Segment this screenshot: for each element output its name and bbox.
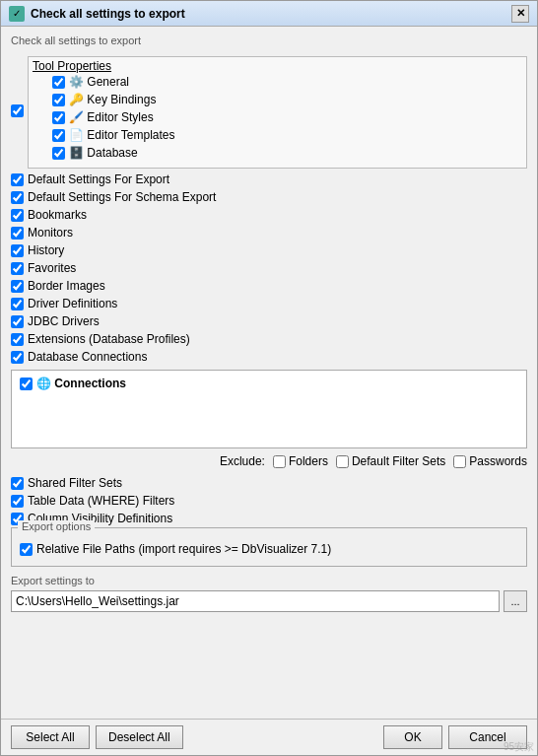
shared-filter-sets-checkbox[interactable]	[11, 477, 24, 490]
shared-filter-sets-row: Shared Filter Sets	[11, 474, 527, 492]
monitors-row: Monitors	[11, 224, 527, 241]
tool-properties-items: ⚙️ General 🔑 Key Bindings	[52, 73, 522, 162]
editor-styles-row: 🖌️ Editor Styles	[52, 108, 522, 126]
table-data-filters-label[interactable]: Table Data (WHERE) Filters	[28, 494, 174, 508]
footer: Select All Deselect All OK Cancel	[1, 719, 537, 755]
database-connections-checkbox[interactable]	[11, 351, 24, 364]
exclude-filter-sets-checkbox[interactable]	[336, 455, 349, 468]
section-label: Check all settings to export	[11, 34, 527, 46]
editor-templates-label[interactable]: 📄 Editor Templates	[69, 128, 175, 142]
deselect-all-button[interactable]: Deselect All	[96, 725, 183, 749]
close-button[interactable]: ✕	[511, 5, 529, 23]
default-settings-schema-row: Default Settings For Schema Export	[11, 188, 527, 206]
jdbc-drivers-row: JDBC Drivers	[11, 312, 527, 330]
history-row: History	[11, 241, 527, 259]
ok-button[interactable]: OK	[383, 725, 442, 749]
relative-paths-row: Relative File Paths (import requires >= …	[20, 540, 518, 558]
jdbc-drivers-checkbox[interactable]	[11, 315, 24, 328]
extensions-checkbox[interactable]	[11, 333, 24, 346]
default-settings-export-checkbox[interactable]	[11, 173, 24, 186]
history-checkbox[interactable]	[11, 244, 24, 257]
bookmarks-checkbox[interactable]	[11, 209, 24, 222]
database-icon: 🗄️	[69, 146, 84, 160]
connections-box: 🌐 Connections	[11, 370, 527, 448]
tool-properties-checkbox[interactable]	[11, 104, 24, 117]
relative-paths-checkbox[interactable]	[20, 543, 33, 556]
table-data-filters-row: Table Data (WHERE) Filters	[11, 492, 527, 510]
connections-label[interactable]: 🌐 Connections	[36, 377, 126, 390]
exclude-passwords-checkbox[interactable]	[453, 455, 466, 468]
default-settings-export-label[interactable]: Default Settings For Export	[28, 172, 169, 186]
editor-styles-checkbox[interactable]	[52, 111, 65, 124]
tool-properties-row: Tool Properties ⚙️ General 🔑	[11, 50, 527, 171]
connections-row: 🌐 Connections	[20, 375, 518, 392]
editor-templates-row: 📄 Editor Templates	[52, 126, 522, 144]
database-checkbox[interactable]	[52, 147, 65, 160]
export-options-title: Export options	[18, 520, 95, 532]
extensions-label[interactable]: Extensions (Database Profiles)	[28, 332, 190, 346]
extensions-row: Extensions (Database Profiles)	[11, 330, 527, 348]
exclude-filter-sets-label[interactable]: Default Filter Sets	[336, 454, 445, 468]
file-row: ...	[11, 590, 527, 612]
bookmarks-row: Bookmarks	[11, 206, 527, 224]
content-area: Check all settings to export Tool Proper…	[1, 27, 537, 719]
exclude-row: Exclude: Folders Default Filter Sets Pas…	[11, 454, 527, 468]
database-connections-label[interactable]: Database Connections	[28, 350, 147, 364]
general-row: ⚙️ General	[52, 73, 522, 91]
border-images-label[interactable]: Border Images	[28, 279, 105, 293]
select-all-button[interactable]: Select All	[11, 725, 90, 749]
table-data-filters-checkbox[interactable]	[11, 495, 24, 508]
driver-definitions-label[interactable]: Driver Definitions	[28, 297, 117, 310]
monitors-checkbox[interactable]	[11, 227, 24, 240]
main-window: ✓ Check all settings to export ✕ Check a…	[0, 0, 538, 756]
favorites-checkbox[interactable]	[11, 262, 24, 275]
exclude-label: Exclude:	[220, 454, 265, 468]
driver-definitions-row: Driver Definitions	[11, 295, 527, 312]
gear-icon: ⚙️	[69, 75, 84, 89]
key-bindings-row: 🔑 Key Bindings	[52, 91, 522, 108]
title-bar: ✓ Check all settings to export ✕	[1, 1, 537, 27]
general-checkbox[interactable]	[52, 76, 65, 89]
export-settings-label: Export settings to	[11, 575, 527, 586]
bookmarks-label[interactable]: Bookmarks	[28, 208, 87, 222]
jdbc-drivers-label[interactable]: JDBC Drivers	[28, 314, 100, 328]
window-icon: ✓	[9, 6, 25, 22]
window-title: Check all settings to export	[31, 7, 185, 21]
driver-definitions-checkbox[interactable]	[11, 298, 24, 310]
footer-left: Select All Deselect All	[11, 725, 183, 749]
default-settings-export-row: Default Settings For Export	[11, 171, 527, 188]
default-settings-schema-checkbox[interactable]	[11, 191, 24, 204]
tool-properties-label[interactable]: Tool Properties	[33, 59, 111, 73]
favorites-row: Favorites	[11, 259, 527, 277]
general-label[interactable]: ⚙️ General	[69, 75, 129, 89]
shared-filter-sets-label[interactable]: Shared Filter Sets	[28, 476, 122, 490]
connections-checkbox[interactable]	[20, 378, 33, 390]
brush-icon: 🖌️	[69, 110, 84, 124]
key-icon: 🔑	[69, 93, 84, 106]
border-images-row: Border Images	[11, 277, 527, 295]
exclude-folders-label[interactable]: Folders	[273, 454, 328, 468]
border-images-checkbox[interactable]	[11, 280, 24, 293]
browse-button[interactable]: ...	[504, 590, 527, 612]
favorites-label[interactable]: Favorites	[28, 261, 76, 275]
key-bindings-label[interactable]: 🔑 Key Bindings	[69, 93, 156, 106]
export-options-group: Export options Relative File Paths (impo…	[11, 527, 527, 567]
database-label[interactable]: 🗄️ Database	[69, 146, 138, 160]
key-bindings-checkbox[interactable]	[52, 94, 65, 106]
template-icon: 📄	[69, 128, 84, 142]
database-row: 🗄️ Database	[52, 144, 522, 162]
exclude-passwords-label[interactable]: Passwords	[453, 454, 527, 468]
editor-styles-label[interactable]: 🖌️ Editor Styles	[69, 110, 154, 124]
default-settings-schema-label[interactable]: Default Settings For Schema Export	[28, 190, 216, 204]
relative-paths-label[interactable]: Relative File Paths (import requires >= …	[36, 542, 331, 556]
globe-icon: 🌐	[36, 377, 51, 390]
editor-templates-checkbox[interactable]	[52, 129, 65, 142]
watermark: 95安家	[504, 740, 534, 754]
title-bar-left: ✓ Check all settings to export	[9, 6, 185, 22]
history-label[interactable]: History	[28, 243, 64, 257]
database-connections-row: Database Connections	[11, 348, 527, 366]
export-path-input[interactable]	[11, 590, 500, 612]
exclude-folders-checkbox[interactable]	[273, 455, 286, 468]
monitors-label[interactable]: Monitors	[28, 226, 73, 240]
